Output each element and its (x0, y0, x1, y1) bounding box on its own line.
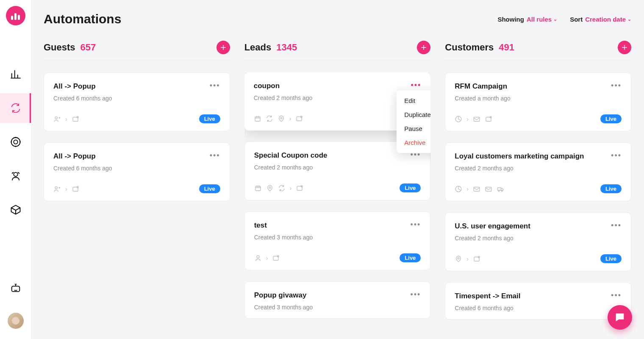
chevron-right-icon: › (266, 255, 268, 261)
column-leads: Leads 1345 coupon Created 2 months ago •… (244, 41, 431, 339)
card-title: Timespent -> Email (455, 292, 520, 300)
card-title: Special Coupon code (254, 151, 328, 160)
popup-icon (72, 185, 79, 193)
automation-card[interactable]: All -> Popup Created 6 months ago ••• › … (44, 142, 230, 201)
card-created: Created 2 months ago (455, 165, 584, 172)
pie-icon (455, 115, 462, 123)
popup-icon (272, 254, 280, 262)
card-title: All -> Popup (53, 152, 112, 161)
card-title: RFM Campaign (455, 82, 511, 91)
filter-showing[interactable]: Showing All rules⌄ (497, 16, 557, 23)
automation-card[interactable]: RFM Campaign Created a month ago ••• › L… (445, 72, 631, 131)
plus-icon (621, 44, 628, 51)
column-count: 657 (80, 42, 96, 53)
filter-showing-label: Showing (497, 16, 524, 23)
nav-products[interactable] (0, 195, 31, 225)
target-icon (10, 136, 22, 148)
menu-duplicate[interactable]: Duplicate (397, 108, 430, 122)
automation-card[interactable]: Loyal customers marketing campaign Creat… (445, 142, 631, 201)
card-title: Loyal customers marketing campaign (455, 152, 584, 161)
nav-audiences[interactable] (0, 127, 31, 157)
popup-icon (295, 115, 303, 122)
card-menu: Edit Duplicate Pause Archive (397, 90, 430, 153)
status-badge: Live (600, 184, 622, 193)
cal-icon (254, 184, 262, 192)
person-icon (254, 254, 262, 262)
add-rule-button[interactable] (217, 41, 230, 54)
card-title: All -> Popup (53, 82, 112, 91)
card-more-button[interactable]: ••• (611, 222, 622, 229)
card-more-button[interactable]: ••• (611, 292, 622, 299)
menu-edit[interactable]: Edit (397, 94, 430, 108)
pie-icon (455, 185, 462, 193)
nav-analytics[interactable] (0, 59, 31, 89)
chevron-right-icon: › (466, 116, 469, 122)
card-title: test (254, 221, 313, 230)
card-created: Created 6 months ago (53, 165, 112, 172)
card-title: coupon (254, 82, 313, 90)
user-avatar[interactable] (8, 313, 24, 329)
card-more-button[interactable]: ••• (611, 82, 622, 89)
menu-pause[interactable]: Pause (397, 122, 430, 136)
add-rule-button[interactable] (417, 41, 430, 54)
chevron-right-icon: › (290, 185, 292, 192)
card-footer: › Live (455, 184, 622, 193)
card-more-button[interactable]: ••• (210, 152, 220, 159)
chevron-right-icon: › (466, 256, 469, 262)
sidebar (0, 0, 31, 339)
column-header: Customers 491 (445, 41, 631, 61)
card-created: Created a month ago (455, 95, 511, 102)
column-count: 1345 (276, 42, 297, 53)
flow-icons: › (455, 185, 504, 193)
status-badge: Live (400, 253, 421, 262)
chat-fab[interactable] (608, 305, 632, 330)
filter-sort-value: Creation date (585, 16, 626, 23)
automation-card[interactable]: coupon Created 2 months ago ••• › Live E… (244, 72, 431, 131)
column-title: Leads (244, 42, 272, 53)
flow-icons: › (53, 115, 79, 123)
main: Automations Showing All rules⌄ Sort Crea… (31, 0, 644, 339)
automation-card[interactable]: All -> Popup Created 6 months ago ••• › … (44, 72, 230, 131)
card-more-button[interactable]: ••• (210, 82, 220, 89)
chevron-right-icon: › (65, 116, 67, 122)
nav-support[interactable] (0, 161, 31, 191)
status-badge: Live (400, 183, 421, 192)
card-more-button[interactable]: ••• (611, 152, 622, 159)
automation-card[interactable]: Popup givaway Created 3 months ago ••• (244, 281, 431, 319)
page-header: Automations Showing All rules⌄ Sort Crea… (44, 12, 631, 26)
chevron-down-icon: ⌄ (553, 17, 557, 22)
card-more-button[interactable]: ••• (410, 291, 421, 298)
filter-showing-value: All rules (527, 16, 552, 23)
cal-icon (254, 115, 261, 122)
card-footer: › Live (254, 114, 422, 123)
card-more-button[interactable]: ••• (410, 221, 421, 228)
column-title: Guests (44, 42, 75, 53)
plus-icon (420, 44, 427, 51)
card-created: Created 3 months ago (254, 304, 313, 311)
refresh-icon (266, 115, 273, 122)
card-more-button[interactable]: ••• (411, 82, 421, 89)
status-badge: Live (199, 114, 220, 123)
column-customers: Customers 491 RFM Campaign Created a mon… (445, 41, 631, 339)
pin-icon (455, 255, 462, 263)
chevron-right-icon: › (289, 115, 291, 122)
nav-bot[interactable] (8, 282, 24, 294)
menu-archive[interactable]: Archive (397, 136, 430, 150)
filter-sort[interactable]: Sort Creation date⌄ (570, 16, 631, 23)
card-title: U.S. user engagement (455, 222, 530, 231)
nav-automations[interactable] (0, 93, 31, 123)
card-footer: › Live (254, 183, 421, 192)
card-list: All -> Popup Created 6 months ago ••• › … (44, 72, 230, 201)
plus-icon (219, 44, 227, 51)
automation-card[interactable]: Timespent -> Email Created 6 months ago … (445, 282, 631, 320)
chevron-right-icon: › (466, 186, 469, 192)
card-created: Created 2 months ago (254, 94, 313, 101)
card-footer: › Live (53, 184, 220, 193)
card-list: RFM Campaign Created a month ago ••• › L… (445, 72, 631, 320)
automation-card[interactable]: U.S. user engagement Created 2 months ag… (445, 212, 631, 271)
card-footer: › Live (455, 114, 622, 123)
mail-icon (473, 115, 480, 123)
add-rule-button[interactable] (618, 41, 631, 54)
automation-card[interactable]: test Created 3 months ago ••• › Live (244, 211, 431, 270)
column-header: Leads 1345 (244, 41, 431, 61)
